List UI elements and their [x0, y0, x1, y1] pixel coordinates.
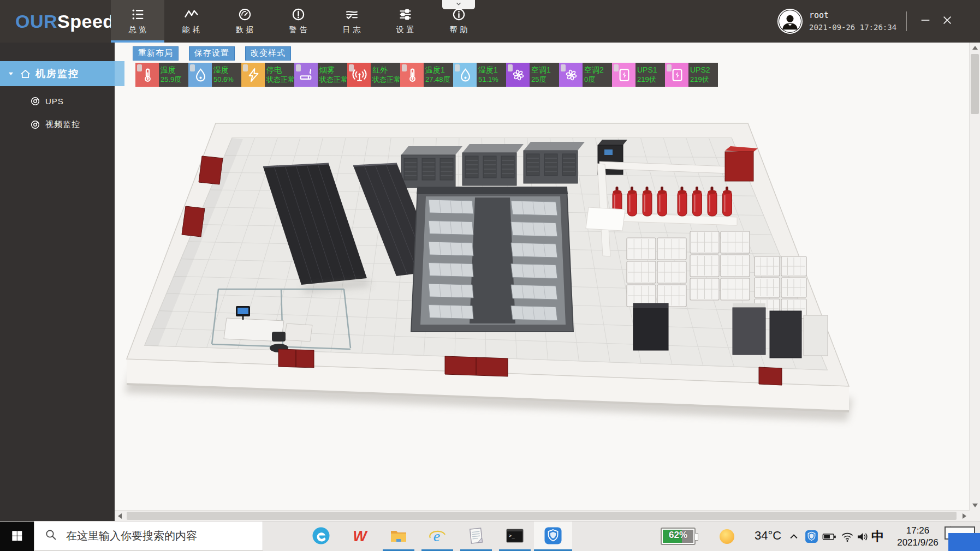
sensor-label: 烟雾 [319, 65, 347, 75]
save-config-button[interactable]: 保存设置 [189, 46, 235, 61]
sensor-badge-1[interactable]: 湿度50.6% [188, 63, 241, 87]
datacenter-3d-view[interactable] [115, 43, 970, 511]
nav-item-settings[interactable]: 设置 [378, 0, 432, 43]
room-render [115, 43, 970, 511]
sidebar-item-video-monitor[interactable]: 视频监控 [0, 113, 115, 135]
sensor-badge-8[interactable]: 空调20度 [559, 63, 612, 87]
taskbar-search[interactable] [34, 522, 263, 550]
sensor-panel: 温度127.48度 [424, 63, 453, 87]
security-app-icon [544, 526, 562, 547]
weather-sun-icon[interactable] [720, 529, 734, 544]
sensor-panel: 停电状态正常 [265, 63, 294, 87]
user-box: root 2021-09-26 17:26:34 [777, 0, 896, 43]
search-input[interactable] [65, 529, 242, 543]
brand-logo: OURSpeed [15, 0, 115, 43]
tray-expand-button[interactable] [788, 522, 799, 551]
pulse-icon [185, 8, 198, 21]
taskbar-clock[interactable]: 17:26 2021/9/26 [889, 525, 947, 549]
sensor-badge-9[interactable]: UPS1219伏 [612, 63, 665, 87]
search-icon [44, 528, 57, 543]
nav-item-alert[interactable]: 警告 [271, 0, 325, 43]
sensor-badge-10[interactable]: UPS2219伏 [665, 63, 718, 87]
sensor-badge-2[interactable]: 停电状态正常 [241, 63, 294, 87]
sidebar-item-label: UPS [45, 97, 64, 106]
horizontal-scrollbar-thumb[interactable] [127, 512, 957, 520]
list-icon [131, 8, 145, 21]
sensor-value: 27.48度 [425, 75, 453, 84]
taskbar-app-edge[interactable] [302, 522, 340, 551]
background-window-corner[interactable] [948, 533, 980, 551]
scroll-down-icon[interactable] [972, 504, 978, 507]
nav-item-label: 总览 [126, 25, 150, 35]
brand-part2: Speed [57, 11, 115, 32]
sensor-value: 50.6% [213, 75, 241, 84]
app-window: OURSpeed 总览能耗数据警告日志设置帮助 root 2021-09-26 … [0, 0, 980, 551]
nav-item-data[interactable]: 数据 [218, 0, 271, 43]
sensor-tile [612, 63, 635, 87]
chevron-up-icon [788, 531, 799, 542]
taskbar-app-wps[interactable]: W [341, 522, 379, 551]
minimize-button[interactable] [915, 13, 936, 30]
vertical-scrollbar[interactable] [969, 43, 980, 511]
relayout-button[interactable]: 重新布局 [133, 46, 179, 61]
nav-item-log[interactable]: 日志 [325, 0, 378, 43]
nav-item-label: 帮助 [447, 25, 471, 35]
sensor-tile [506, 63, 530, 87]
close-button[interactable] [937, 13, 958, 30]
nav-item-label: 能耗 [180, 25, 203, 35]
sensor-label: 温度 [161, 65, 188, 75]
sensor-label: UPS1 [637, 65, 665, 75]
scroll-right-icon[interactable] [963, 513, 966, 519]
vertical-scrollbar-thumb[interactable] [971, 54, 979, 114]
sidebar-item-ups[interactable]: UPS [0, 90, 115, 112]
tray-network[interactable] [841, 522, 854, 551]
collapse-panel-tab[interactable] [442, 0, 475, 9]
taskbar-app-internet-explorer[interactable]: e [418, 522, 456, 551]
nav-item-label: 数据 [233, 25, 257, 35]
info-icon [452, 8, 466, 21]
taskbar-app-notepad[interactable] [457, 522, 495, 551]
weather-temperature[interactable]: 34°C [755, 529, 781, 543]
tray-battery[interactable] [822, 522, 837, 551]
ime-indicator[interactable]: 中 [871, 528, 884, 545]
horizontal-scrollbar[interactable] [115, 510, 970, 521]
alert-icon [292, 8, 305, 21]
nav-item-overview[interactable]: 总览 [111, 0, 164, 43]
terminal-icon: >_ [506, 526, 524, 547]
sensor-badge-6[interactable]: 湿度151.1% [453, 63, 506, 87]
sensor-tile [665, 63, 688, 87]
user-name: root [809, 10, 896, 22]
taskbar-app-file-explorer[interactable] [379, 522, 418, 551]
log-icon [345, 8, 359, 21]
sensor-badge-0[interactable]: 温度25.9度 [135, 63, 188, 87]
taskbar-app-security-app[interactable] [534, 522, 572, 551]
sensor-badge-4[interactable]: 红外状态正常 [347, 63, 400, 87]
sensor-panel: 湿度50.6% [212, 63, 241, 87]
user-avatar[interactable] [777, 9, 803, 34]
sensor-tile [400, 63, 424, 87]
sensor-value: 状态正常 [319, 75, 347, 84]
nav-item-energy[interactable]: 能耗 [164, 0, 218, 43]
sensor-badge-7[interactable]: 空调125度 [506, 63, 559, 87]
canvas-toolbar: 重新布局保存设置改变样式 [133, 46, 291, 61]
sidebar-item-room-monitor[interactable]: 机房监控 [0, 61, 115, 86]
sensor-tile [135, 63, 159, 87]
taskbar-app-terminal[interactable]: >_ [496, 522, 534, 551]
top-navbar: OURSpeed 总览能耗数据警告日志设置帮助 root 2021-09-26 … [0, 0, 980, 43]
sensor-value: 状态正常 [266, 75, 294, 84]
sensor-badge-5[interactable]: 温度127.48度 [400, 63, 453, 87]
start-button[interactable] [0, 522, 34, 551]
sensor-strip: 温度25.9度湿度50.6%停电状态正常烟雾状态正常红外状态正常温度127.48… [135, 63, 718, 87]
minimize-icon [919, 14, 931, 28]
sidebar-highlight-sliver [115, 61, 124, 86]
scroll-left-icon[interactable] [118, 513, 122, 519]
sliders-icon [399, 8, 412, 21]
window-controls-divider [906, 11, 907, 31]
scroll-up-icon[interactable] [972, 46, 978, 50]
sensor-badge-3[interactable]: 烟雾状态正常 [294, 63, 347, 87]
tray-volume[interactable] [856, 522, 869, 551]
battery-widget[interactable]: 62% [661, 528, 696, 545]
sensor-panel: 红外状态正常 [371, 63, 400, 87]
change-style-button[interactable]: 改变样式 [245, 46, 291, 61]
tray-security-app[interactable] [805, 522, 818, 551]
